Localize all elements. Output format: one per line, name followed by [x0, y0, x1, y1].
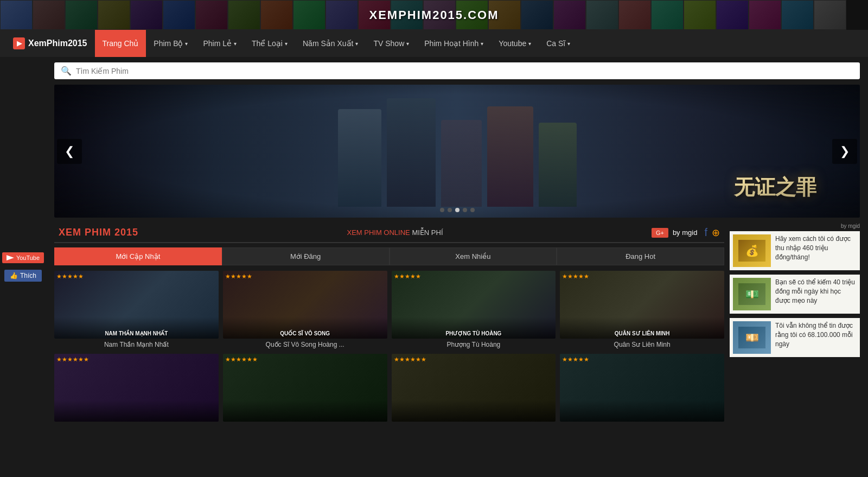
rss-icon[interactable]: ⊕ — [712, 227, 720, 239]
chevron-down-icon: ▾ — [481, 41, 483, 47]
movie-thumb-3: ★★★★★ PHƯỢNG TÙ HOÀNG — [392, 271, 556, 339]
slide-title: 无证之罪 — [734, 176, 816, 199]
top-banner: XEMPHIM2015.COM — [0, 0, 868, 30]
nav-tv-show[interactable]: TV Show ▾ — [366, 30, 417, 57]
section-icons: G+ by mgid f ⊕ — [652, 226, 720, 239]
movie-stars-4: ★★★★★ — [562, 273, 589, 280]
ad-thumb-3: 💴 — [733, 321, 771, 354]
ad-block-2[interactable]: 💵 Bạn sẽ có thể kiếm 40 triệu đồng mỗi n… — [730, 275, 860, 314]
movie-stars-3: ★★★★★ — [394, 273, 421, 280]
chevron-down-icon: ▾ — [567, 41, 570, 47]
movie-stars-7: ★★★★★★ — [394, 356, 426, 363]
slide-dot-3[interactable] — [455, 208, 459, 212]
movie-stars-5: ★★★★★★ — [56, 356, 89, 363]
nav-the-loai[interactable]: Thể Loại ▾ — [244, 30, 295, 57]
ad-block-1[interactable]: 💰 Hãy xem cách tôi có được thu nhập 460 … — [730, 231, 860, 270]
movie-stars-1: ★★★★★ — [56, 273, 84, 280]
google-plus-button[interactable]: G+ — [652, 228, 668, 238]
subtitle-highlight: XEM PHIM ONLINE — [347, 228, 410, 237]
facebook-like-label: Thích — [20, 272, 36, 279]
movie-stars-8: ★★★★★ — [562, 356, 589, 363]
movie-card-8[interactable]: ★★★★★ — [560, 354, 724, 424]
brand-logo[interactable]: ▶ XemPhim2015 — [5, 37, 95, 49]
overlay-6 — [223, 400, 387, 422]
navbar: ▶ XemPhim2015 Trang Chủ Phim Bộ ▾ Phim L… — [0, 30, 868, 57]
slide-prev-button[interactable]: ❮ — [57, 139, 82, 164]
movie-grid-row2: ★★★★★★ ★★★★★★ ★★★★★★ — [54, 354, 724, 424]
nav-youtube[interactable]: Youtube ▾ — [491, 30, 539, 57]
chevron-down-icon: ▾ — [185, 41, 188, 47]
movie-card-2[interactable]: ★★★★★ QUỐC SĨ VÔ SONG Quốc Sĩ Vô Song Ho… — [223, 271, 387, 348]
slide-dot-4[interactable] — [463, 208, 467, 212]
movie-title-2: Quốc Sĩ Vô Song Hoàng ... — [223, 341, 387, 348]
ad-block-3[interactable]: 💴 Tôi vẫn không thể tin được rằng tôi có… — [730, 318, 860, 357]
ad-text-2: Bạn sẽ có thể kiếm 40 triệu đồng mỗi ngà… — [775, 278, 857, 310]
movie-card-3[interactable]: ★★★★★ PHƯỢNG TÙ HOÀNG Phượng Tù Hoàng — [392, 271, 556, 348]
facebook-like-button[interactable]: 👍 Thích — [4, 270, 42, 282]
ad-thumb-2: 💵 — [733, 278, 771, 310]
ad-text-1: Hãy xem cách tôi có được thu nhập 460 tr… — [775, 234, 857, 267]
nav-ca-si[interactable]: Ca Sĩ ▾ — [539, 30, 578, 57]
main-wrapper: YouTube 👍 Thích 🔍 — [0, 57, 868, 477]
mgid-label: by mgid — [730, 223, 860, 229]
tab-moi-dang[interactable]: Mới Đăng — [222, 247, 390, 265]
two-column-layout: XEM PHIM 2015 XEM PHIM ONLINE MIỄN PHÍ G… — [54, 223, 860, 429]
youtube-badge[interactable]: YouTube — [2, 252, 44, 263]
movies-column: XEM PHIM 2015 XEM PHIM ONLINE MIỄN PHÍ G… — [54, 223, 724, 429]
nav-nam-san-xuat[interactable]: Năm Sản Xuất ▾ — [295, 30, 366, 57]
slide-dot-1[interactable] — [440, 208, 444, 212]
youtube-label: YouTube — [16, 255, 40, 261]
chevron-down-icon: ▾ — [528, 41, 531, 47]
movie-card-1[interactable]: ★★★★★ NAM THẦN MẠNH NHẤT Nam Thần Mạnh N… — [54, 271, 219, 348]
movie-stars-6: ★★★★★★ — [225, 356, 258, 363]
nav-trang-chu[interactable]: Trang Chủ — [95, 30, 146, 57]
slide-dot-5[interactable] — [470, 208, 475, 212]
movie-thumb-7: ★★★★★★ — [392, 354, 556, 422]
slide-next-button[interactable]: ❯ — [832, 139, 857, 164]
nav-phim-le[interactable]: Phim Lẻ ▾ — [195, 30, 244, 57]
brand-icon: ▶ — [13, 37, 25, 49]
thumb-label-3: PHƯỢNG TÙ HOÀNG — [392, 330, 556, 336]
movie-thumb-1: ★★★★★ NAM THẦN MẠNH NHẤT — [54, 271, 219, 339]
nav-phim-hoat-hinh[interactable]: Phim Hoạt Hình ▾ — [417, 30, 491, 57]
movie-card-6[interactable]: ★★★★★★ — [223, 354, 387, 424]
chevron-down-icon: ▾ — [234, 41, 237, 47]
chevron-down-icon: ▾ — [406, 41, 409, 47]
search-bar: 🔍 — [54, 62, 860, 79]
thumb-label-2: QUỐC SĨ VÔ SONG — [223, 330, 387, 336]
ad-thumb-1: 💰 — [733, 234, 771, 267]
left-sidebar: YouTube 👍 Thích — [0, 57, 46, 477]
slide-dot-2[interactable] — [448, 208, 452, 212]
tab-dang-hot[interactable]: Đang Hot — [557, 247, 724, 265]
movie-thumb-6: ★★★★★★ — [223, 354, 387, 422]
section-title: XEM PHIM 2015 — [59, 227, 138, 238]
thumb-label-4: QUÂN SƯ LIÊN MINH — [560, 330, 724, 336]
slideshow: 无证之罪 ❮ ❯ — [54, 85, 860, 218]
chevron-down-icon: ▾ — [285, 41, 288, 47]
movie-card-7[interactable]: ★★★★★★ — [392, 354, 556, 424]
section-subtitle: XEM PHIM ONLINE MIỄN PHÍ — [347, 228, 443, 237]
facebook-icon[interactable]: f — [704, 226, 707, 239]
search-icon: 🔍 — [61, 66, 72, 76]
thumbs-up-icon: 👍 — [10, 272, 18, 279]
movie-card-5[interactable]: ★★★★★★ — [54, 354, 219, 424]
movie-title-1: Nam Thần Mạnh Nhất — [54, 341, 219, 348]
movie-thumb-4: ★★★★★ QUÂN SƯ LIÊN MINH — [560, 271, 724, 339]
movie-title-3: Phượng Tù Hoàng — [392, 341, 556, 348]
subtitle-normal: MIỄN PHÍ — [410, 228, 443, 237]
youtube-icon — [7, 255, 14, 260]
tabs-row: Mới Cập Nhật Mới Đăng Xem Nhiều Đang Hot — [54, 247, 724, 265]
movie-thumb-5: ★★★★★★ — [54, 354, 219, 422]
movie-card-4[interactable]: ★★★★★ QUÂN SƯ LIÊN MINH Quân Sư Liên Min… — [560, 271, 724, 348]
tab-moi-cap-nhat[interactable]: Mới Cập Nhật — [54, 247, 222, 265]
content-area: 🔍 无证之罪 — [46, 57, 868, 477]
section-header: XEM PHIM 2015 XEM PHIM ONLINE MIỄN PHÍ G… — [54, 223, 724, 243]
banner-title: XEMPHIM2015.COM — [369, 8, 499, 22]
ads-column: by mgid 💰 Hãy xem cách tôi có được thu n… — [730, 223, 860, 429]
tab-xem-nhieu[interactable]: Xem Nhiều — [390, 247, 557, 265]
slide-image: 无证之罪 — [54, 85, 860, 218]
movie-title-4: Quân Sư Liên Minh — [560, 341, 724, 348]
search-input[interactable] — [76, 67, 853, 75]
movie-thumb-8: ★★★★★ — [560, 354, 724, 422]
nav-phim-bo[interactable]: Phim Bộ ▾ — [146, 30, 195, 57]
